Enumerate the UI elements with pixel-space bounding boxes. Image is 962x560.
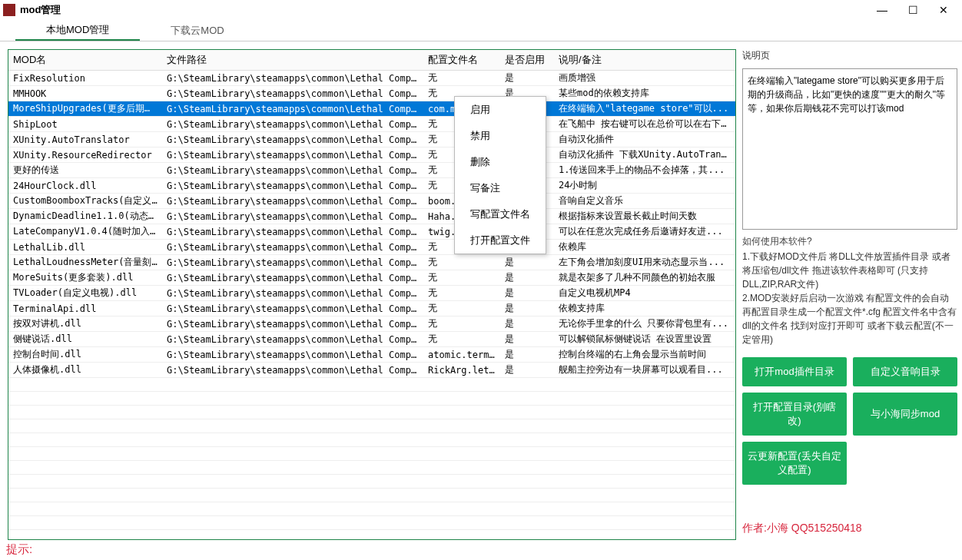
col-enabled[interactable]: 是否启用: [500, 50, 554, 71]
col-name[interactable]: MOD名: [8, 50, 162, 71]
col-config[interactable]: 配置文件名: [423, 50, 500, 71]
cell-path: G:\SteamLibrary\steamapps\common\Lethal …: [162, 363, 423, 378]
open-plugin-dir-button[interactable]: 打开mod插件目录: [742, 357, 847, 386]
custom-audio-dir-button[interactable]: 自定义音响目录: [853, 357, 957, 386]
author-label: 作者:小海 QQ515250418: [742, 517, 957, 540]
cell-name: 人体摄像机.dll: [8, 363, 162, 378]
cell-path: G:\SteamLibrary\steamapps\common\Lethal …: [162, 316, 423, 332]
table-row-empty: [8, 502, 735, 516]
table-row[interactable]: TerminalApi.dllG:\SteamLibrary\steamapps…: [8, 301, 735, 316]
context-menu-item[interactable]: 禁用: [455, 123, 546, 149]
app-icon: [3, 4, 15, 16]
table-row[interactable]: XUnity.AutoTranslatorG:\SteamLibrary\ste…: [8, 132, 735, 147]
cell-config: 无: [423, 270, 500, 286]
cell-path: G:\SteamLibrary\steamapps\common\Lethal …: [162, 117, 423, 132]
button-grid: 打开mod插件目录 自定义音响目录 打开配置目录(别瞎改) 与小海同步mod 云…: [742, 357, 957, 485]
table-row[interactable]: LethalLoudnessMeter(音量刻度)...G:\SteamLibr…: [8, 255, 735, 270]
cell-config: 无: [423, 301, 500, 316]
table-row-empty: [8, 406, 735, 419]
cell-name: 24HourClock.dll: [8, 178, 162, 194]
cell-name: LethalLoudnessMeter(音量刻度)...: [8, 255, 162, 270]
table-row[interactable]: 侧键说话.dllG:\SteamLibrary\steamapps\common…: [8, 332, 735, 347]
cell-name: CustomBoomboxTracks(自定义音...: [8, 194, 162, 209]
table-row-empty: [8, 378, 735, 392]
desc-box: 在终端输入"lategame store"可以购买更多用于后期的升级商品，比如"…: [742, 68, 957, 230]
table-row[interactable]: ShipLootG:\SteamLibrary\steamapps\common…: [8, 117, 735, 132]
cell-desc: 某些mod的依赖支持库: [554, 86, 735, 101]
minimize-button[interactable]: ―: [867, 0, 897, 20]
maximize-button[interactable]: ☐: [897, 0, 928, 20]
tab-bar: 本地MOD管理 下载云MOD: [0, 20, 962, 41]
cell-desc: 自定义电视机MP4: [554, 286, 735, 301]
cell-enabled: 是: [500, 301, 554, 316]
window-title: mod管理: [20, 3, 867, 17]
table-row-empty: [8, 489, 735, 502]
cell-desc: 根据指标来设置最长截止时间天数: [554, 209, 735, 224]
cell-path: G:\SteamLibrary\steamapps\common\Lethal …: [162, 194, 423, 209]
table-row-empty: [8, 433, 735, 447]
table-row[interactable]: XUnity.ResourceRedirectorG:\SteamLibrary…: [8, 147, 735, 163]
table-row[interactable]: 人体摄像机.dllG:\SteamLibrary\steamapps\commo…: [8, 363, 735, 378]
cell-name: LateCompanyV1.0.4(随时加入).dll: [8, 224, 162, 240]
table-row[interactable]: DynamicDeadline1.1.0(动态截止...G:\SteamLibr…: [8, 209, 735, 224]
cell-desc: 依赖库: [554, 240, 735, 255]
cell-path: G:\SteamLibrary\steamapps\common\Lethal …: [162, 209, 423, 224]
footer-hint: 提示:: [0, 539, 38, 560]
table-row[interactable]: TVLoader(自定义电视).dllG:\SteamLibrary\steam…: [8, 286, 735, 301]
table-row[interactable]: LethalLib.dllG:\SteamLibrary\steamapps\c…: [8, 240, 735, 255]
cloud-update-config-button[interactable]: 云更新配置(丢失自定义配置): [742, 442, 847, 485]
tab-cloud-mod[interactable]: 下载云MOD: [140, 20, 254, 41]
tab-local-mod[interactable]: 本地MOD管理: [15, 20, 140, 41]
col-path[interactable]: 文件路径: [162, 50, 423, 71]
cell-name: XUnity.ResourceRedirector: [8, 147, 162, 163]
mod-table[interactable]: MOD名 文件路径 配置文件名 是否启用 说明/备注 FixResolution…: [8, 50, 735, 540]
context-menu-item[interactable]: 启用: [455, 97, 546, 123]
table-row[interactable]: FixResolutionG:\SteamLibrary\steamapps\c…: [8, 71, 735, 86]
table-row-empty: [8, 475, 735, 489]
desc-label: 说明页: [742, 49, 957, 62]
cell-enabled: 是: [500, 332, 554, 347]
cell-desc: 依赖支持库: [554, 301, 735, 316]
cell-config: atomic.term...: [423, 347, 500, 363]
cell-path: G:\SteamLibrary\steamapps\common\Lethal …: [162, 86, 423, 101]
col-desc[interactable]: 说明/备注: [554, 50, 735, 71]
table-row[interactable]: LateCompanyV1.0.4(随时加入).dllG:\SteamLibra…: [8, 224, 735, 240]
table-row-empty: [8, 530, 735, 541]
cell-enabled: 是: [500, 270, 554, 286]
cell-name: MoreSuits(更多套装).dll: [8, 270, 162, 286]
cell-path: G:\SteamLibrary\steamapps\common\Lethal …: [162, 270, 423, 286]
cell-path: G:\SteamLibrary\steamapps\common\Lethal …: [162, 147, 423, 163]
open-config-dir-button[interactable]: 打开配置目录(别瞎改): [742, 393, 847, 436]
context-menu-item[interactable]: 写配置文件名: [455, 201, 546, 227]
table-row[interactable]: MoreSuits(更多套装).dllG:\SteamLibrary\steam…: [8, 270, 735, 286]
cell-config: 无: [423, 255, 500, 270]
help-text: 1.下载好MOD文件后 将DLL文件放置插件目录 或者将压缩包/dll文件 拖进…: [742, 250, 957, 346]
close-button[interactable]: ✕: [928, 0, 959, 20]
table-row[interactable]: 24HourClock.dllG:\SteamLibrary\steamapps…: [8, 178, 735, 194]
context-menu-item[interactable]: 删除: [455, 149, 546, 175]
cell-desc: 左下角会增加刻度UI用来动态显示当...: [554, 255, 735, 270]
cell-name: XUnity.AutoTranslator: [8, 132, 162, 147]
cell-name: FixResolution: [8, 71, 162, 86]
cell-desc: 在飞船中 按右键可以在总价可以在右下角...: [554, 117, 735, 132]
cell-desc: 可以在任意次完成任务后邀请好友进...: [554, 224, 735, 240]
cell-path: G:\SteamLibrary\steamapps\common\Lethal …: [162, 332, 423, 347]
cell-desc: 24小时制: [554, 178, 735, 194]
table-row[interactable]: 更好的传送G:\SteamLibrary\steamapps\common\Le…: [8, 163, 735, 178]
sync-mod-button[interactable]: 与小海同步mod: [853, 393, 957, 436]
table-row[interactable]: MMHOOKG:\SteamLibrary\steamapps\common\L…: [8, 86, 735, 101]
table-row[interactable]: 控制台时间.dllG:\SteamLibrary\steamapps\commo…: [8, 347, 735, 363]
cell-desc: 就是衣架多了几种不同颜色的初始衣服: [554, 270, 735, 286]
context-menu-item[interactable]: 写备注: [455, 175, 546, 201]
cell-path: G:\SteamLibrary\steamapps\common\Lethal …: [162, 132, 423, 147]
cell-path: G:\SteamLibrary\steamapps\common\Lethal …: [162, 163, 423, 178]
cell-path: G:\SteamLibrary\steamapps\common\Lethal …: [162, 301, 423, 316]
context-menu-item[interactable]: 打开配置文件: [455, 227, 546, 253]
table-row-empty: [8, 392, 735, 406]
table-row[interactable]: CustomBoomboxTracks(自定义音...G:\SteamLibra…: [8, 194, 735, 209]
table-row[interactable]: 按双对讲机.dllG:\SteamLibrary\steamapps\commo…: [8, 316, 735, 332]
cell-desc: 控制台终端的右上角会显示当前时间: [554, 347, 735, 363]
cell-enabled: 是: [500, 286, 554, 301]
help-box: 如何使用本软件? 1.下载好MOD文件后 将DLL文件放置插件目录 或者将压缩包…: [742, 234, 957, 346]
table-row[interactable]: MoreShipUpgrades(更多后期升级)G:\SteamLibrary\…: [8, 101, 735, 117]
